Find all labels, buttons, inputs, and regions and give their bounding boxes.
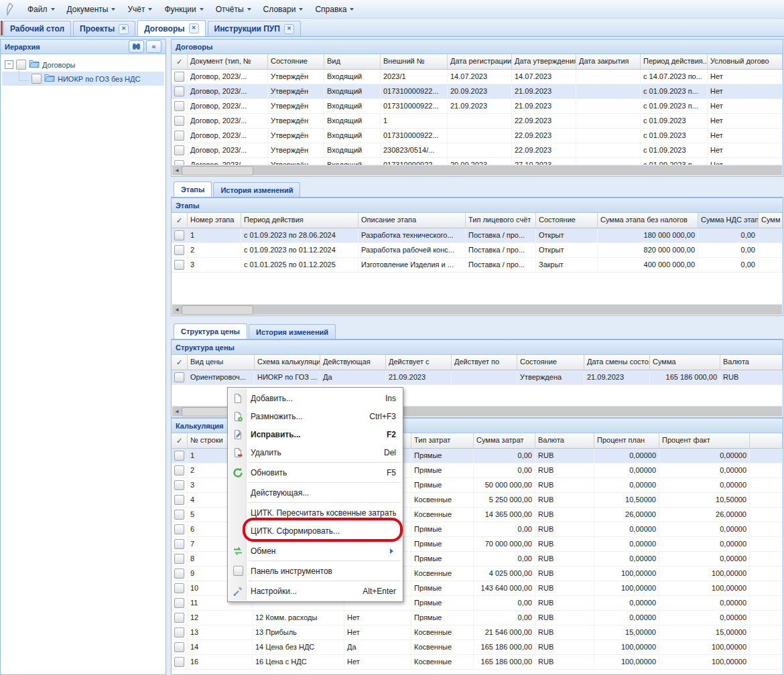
row-checkbox[interactable] (174, 583, 184, 593)
row-checkbox[interactable] (174, 72, 184, 82)
row-checkbox[interactable] (174, 451, 184, 461)
row-checkbox[interactable] (174, 245, 184, 255)
tab-close-icon[interactable]: ✕ (189, 23, 199, 33)
row-checkbox[interactable] (174, 554, 184, 564)
column-header[interactable]: Процент факт (659, 433, 750, 448)
row-checkbox[interactable] (174, 101, 184, 111)
context-menu-item[interactable]: УдалитьDel (228, 443, 403, 461)
row-checkbox[interactable] (174, 642, 184, 652)
context-menu-item[interactable]: Размножить...Ctrl+F3 (228, 407, 403, 425)
context-menu-item[interactable]: Действующая... (228, 483, 403, 502)
context-menu-item[interactable]: Настройки...Alt+Enter (228, 582, 403, 600)
column-header[interactable]: Сумма затрат (474, 433, 535, 448)
main-tab[interactable]: Проекты✕ (73, 21, 135, 36)
column-header[interactable]: Дата смены состоя (584, 355, 650, 370)
row-checkbox[interactable] (174, 657, 184, 667)
sub-tab[interactable]: История изменений (213, 182, 300, 197)
table-row[interactable]: 2с 01.09.2023 по 01.12.2024Разработка ра… (172, 243, 783, 258)
collapse-panel-button[interactable]: « (146, 40, 161, 53)
row-checkbox[interactable] (174, 510, 184, 520)
column-header[interactable]: Сумма (650, 355, 720, 370)
menubar-item[interactable]: Функции (158, 2, 209, 17)
column-header[interactable]: Состояние (536, 213, 598, 228)
column-header[interactable]: Действующая (320, 355, 386, 370)
row-checkbox[interactable] (174, 539, 184, 549)
column-header[interactable]: Сумма этапа без налогов (598, 213, 698, 228)
row-checkbox[interactable] (174, 230, 184, 240)
row-checkbox[interactable] (174, 131, 184, 141)
row-checkbox[interactable] (174, 495, 184, 505)
row-checkbox[interactable] (174, 116, 184, 126)
column-header[interactable]: ✓ (172, 213, 188, 228)
column-header[interactable]: Условный догово (708, 54, 783, 69)
column-header[interactable]: Номер этапа (188, 213, 241, 228)
table-row[interactable]: Ориентировоч...НИОКР по ГОЗ ...Да21.09.2… (172, 370, 783, 385)
table-row[interactable]: Договор, 2023/...УтверждёнВходящий017310… (172, 84, 783, 99)
row-checkbox[interactable] (174, 372, 184, 382)
main-tab[interactable]: Рабочий стол (3, 21, 71, 36)
column-header[interactable]: Описание этапа (358, 213, 466, 228)
column-header[interactable]: Состояние (517, 355, 584, 370)
table-row[interactable]: 1212 Комм. расходыНетПрямые0,00RUB0,0000… (172, 611, 783, 625)
scroll-left-icon[interactable]: ◄ (172, 305, 182, 315)
table-row[interactable]: Договор, 2023/...УтверждёнВходящий122.09… (172, 114, 783, 129)
tree-item-niokr[interactable]: НИОКР по ГОЗ без НДС (2, 72, 164, 86)
column-header[interactable]: Тип лицевого счёт (466, 213, 536, 228)
context-menu-item[interactable]: Обмен (228, 542, 403, 560)
column-header[interactable]: Валюта (720, 355, 783, 370)
column-header[interactable]: Вид (324, 54, 381, 69)
sub-tab[interactable]: История изменений (249, 324, 336, 339)
table-row[interactable]: Договор, 2023/...УтверждёнВходящий230823… (172, 143, 783, 158)
row-checkbox[interactable] (174, 613, 184, 623)
tree-checkbox[interactable] (16, 60, 26, 70)
context-menu-item[interactable]: Панель инструментов (228, 562, 403, 580)
column-header[interactable]: Действует по (452, 355, 517, 370)
row-checkbox[interactable] (174, 627, 184, 638)
scroll-left-icon[interactable]: ◄ (172, 406, 182, 417)
h-scrollbar[interactable]: ◄ (172, 165, 782, 175)
column-header[interactable]: Сумм (759, 213, 783, 228)
column-header[interactable] (750, 433, 783, 448)
search-button[interactable] (129, 40, 144, 53)
row-checkbox[interactable] (174, 569, 184, 579)
column-header[interactable]: Дата утверждения (512, 54, 576, 69)
h-scrollbar[interactable]: ◄ (172, 304, 782, 315)
tree-expander-icon[interactable]: − (5, 60, 13, 69)
column-header[interactable]: ✓ (172, 54, 188, 69)
column-header[interactable]: ✓ (172, 433, 188, 448)
column-header[interactable]: Схема калькуляци (255, 355, 320, 370)
table-row[interactable]: Договор, 2023/...УтверждёнВходящий017310… (172, 99, 783, 114)
tab-close-icon[interactable]: ✕ (284, 24, 294, 34)
sub-tab[interactable]: Этапы (174, 181, 212, 197)
table-row[interactable]: 1313 ПрибыльНетКосвенные21 546 000,00RUB… (172, 625, 783, 640)
context-menu-item[interactable]: ЦИТК. Пересчитать косвенные затраты... (228, 504, 403, 522)
context-menu-item[interactable]: Добавить...Ins (228, 389, 403, 407)
column-header[interactable]: Период действия (241, 213, 358, 228)
column-header[interactable]: ✓ (172, 355, 188, 370)
column-header[interactable]: Вид цены (188, 355, 255, 370)
menubar-item[interactable]: Словари (257, 2, 310, 17)
menubar-item[interactable]: Документы (61, 2, 122, 17)
column-header[interactable]: Тип затрат (411, 433, 474, 448)
menubar-item[interactable]: Справка (309, 2, 360, 17)
scroll-thumb[interactable] (182, 166, 253, 175)
main-tab[interactable]: Договоры✕ (137, 20, 205, 36)
tree-item-contracts[interactable]: − Договоры (2, 58, 164, 72)
column-header[interactable]: Сумма НДС этапа (698, 213, 759, 228)
column-header[interactable]: Валюта (535, 433, 594, 448)
tab-close-icon[interactable]: ✕ (119, 24, 129, 34)
table-row[interactable]: Договор, 2023/...УтверждёнВходящий017310… (172, 129, 783, 143)
row-checkbox[interactable] (174, 145, 184, 155)
column-header[interactable]: Дата закрытия (576, 54, 641, 69)
table-row[interactable]: 1414 Цена без НДСДаКосвенные165 186 000,… (172, 640, 783, 655)
table-row[interactable]: 3с 01.01.2025 по 01.12.2025Изготовление … (172, 258, 783, 273)
column-header[interactable]: Документ (тип, № (188, 54, 268, 69)
column-header[interactable]: Действует с (386, 355, 452, 370)
column-header[interactable]: Процент план (594, 433, 659, 448)
table-row[interactable]: Договор, 2023/...УтверждёнВходящий2023/1… (172, 70, 783, 84)
column-header[interactable]: Состояние (268, 54, 324, 69)
row-checkbox[interactable] (174, 480, 184, 490)
column-header[interactable]: Внешний № (381, 54, 448, 69)
sub-tab[interactable]: Структура цены (174, 323, 247, 339)
row-checkbox[interactable] (174, 598, 184, 608)
